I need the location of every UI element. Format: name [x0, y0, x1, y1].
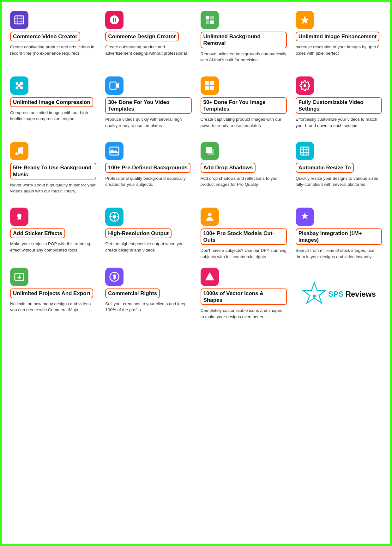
card-unlimited-image-compression: Unlimited Image CompressionCompress unli…	[8, 73, 99, 133]
card-desc-automatic-resize-to: Quickly resize your designs to various s…	[296, 175, 382, 188]
svg-rect-17	[205, 86, 209, 90]
card-add-drop-shadows: Add Drop ShadowsAdd drop shadows and ref…	[198, 139, 289, 199]
last-row: Unlimited Projects And ExportNo limits o…	[8, 264, 384, 325]
svg-rect-14	[110, 82, 116, 89]
svg-rect-11	[16, 86, 19, 89]
card-title-30-done-for-you-video-templates: 30+ Done For You Video Templates	[105, 97, 191, 114]
svg-rect-0	[15, 16, 24, 24]
card-title-commerce-video-creator: Commerce Video Creator	[10, 32, 80, 41]
card-fully-customizable-video-settings: Fully Customizable Video SettingsEffortl…	[293, 73, 384, 133]
card-100-pre-defined-backgrounds: 100+ Pre-Defined BackgroundsProfessional…	[103, 139, 194, 199]
card-title-1000s-vector-icons-shapes: 1000s of Vector Icons & Shapes	[201, 288, 287, 305]
card-title-add-sticker-effects: Add Sticker Effects	[10, 228, 65, 238]
card-title-automatic-resize-to: Automatic Resize To	[296, 163, 354, 173]
card-unlimited-projects-and-export: Unlimited Projects And ExportNo limits o…	[8, 264, 99, 325]
svg-point-29	[113, 215, 116, 218]
card-title-unlimited-projects-and-export: Unlimited Projects And Export	[10, 288, 93, 298]
svg-rect-23	[207, 149, 214, 155]
image-enhancement-icon	[296, 11, 314, 29]
card-commerce-design-creator: Commerce Design CreatorCreate outstandin…	[103, 8, 194, 68]
card-desc-50-ready-to-use-background-music: Never worry about high quality music for…	[10, 182, 96, 194]
svg-point-13	[18, 84, 21, 87]
design-icon	[105, 11, 124, 29]
card-title-high-resolution-output: High-Resolution Output	[105, 228, 172, 238]
drop-shadow-icon	[201, 142, 219, 160]
card-add-sticker-effects: Add Sticker EffectsMake your subjects PO…	[8, 204, 99, 264]
card-1000s-vector-icons-shapes: 1000s of Vector Icons & ShapesCompletely…	[198, 264, 289, 325]
card-title-unlimited-image-enhancement: Unlimited Image Enhancement	[296, 32, 380, 41]
svg-point-20	[21, 152, 23, 155]
sps-brand: SPS	[328, 290, 343, 298]
vector-icon	[201, 268, 219, 286]
reviews-label: Reviews	[343, 290, 376, 298]
card-desc-unlimited-image-enhancement: Increase resolution of your images by up…	[296, 44, 382, 56]
card-desc-pixabay-integration: Search from millions of stock images, us…	[296, 247, 382, 260]
card-title-commerce-design-creator: Commerce Design Creator	[105, 32, 178, 41]
compression-icon	[10, 76, 28, 95]
card-desc-fully-customizable-video-settings: Effortlessly customize your videos to ma…	[296, 116, 382, 129]
sticker-icon	[10, 208, 28, 226]
card-desc-unlimited-projects-and-export: No limits on how many designs and videos…	[10, 301, 96, 313]
svg-marker-34	[205, 272, 214, 280]
card-unlimited-background-removal: Unlimited Background RemovalRemove unlim…	[198, 8, 289, 68]
card-title-100-pre-defined-backgrounds: 100+ Pre-Defined Backgrounds	[105, 163, 190, 173]
card-high-resolution-output: High-Resolution OutputGet the highest po…	[103, 204, 194, 264]
svg-rect-16	[210, 81, 214, 85]
card-title-commercial-rights: Commercial Rights	[105, 288, 160, 298]
svg-rect-7	[206, 20, 209, 24]
pixabay-icon	[296, 208, 314, 226]
svg-rect-9	[16, 82, 19, 85]
hd-icon	[105, 208, 124, 226]
card-desc-1000s-vector-icons-shapes: Completely customisable icons and shapes…	[201, 307, 287, 320]
card-30-done-for-you-video-templates: 30+ Done For You Video TemplatesProduce …	[103, 73, 194, 133]
svg-rect-8	[210, 20, 214, 24]
card-title-100-pro-stock-models-cutouts: 100+ Pro Stock Models Cut-Outs	[201, 228, 287, 245]
svg-point-35	[313, 295, 316, 298]
svg-rect-15	[205, 81, 209, 85]
card-title-fully-customizable-video-settings: Fully Customizable Video Settings	[296, 97, 382, 114]
svg-point-19	[15, 153, 18, 155]
background-removal-icon	[201, 11, 219, 29]
card-desc-100-pro-stock-models-cutouts: Don't have a subjects? Use our DFY stunn…	[201, 247, 287, 260]
card-title-unlimited-image-compression: Unlimited Image Compression	[10, 97, 93, 107]
svg-rect-12	[20, 86, 23, 89]
resize-icon	[296, 142, 314, 160]
card-commercial-rights: Commercial RightsSell your creations to …	[103, 264, 194, 325]
card-desc-high-resolution-output: Get the highest possible output when you…	[105, 241, 191, 253]
card-title-pixabay-integration: Pixabay Integration (1M+ Images)	[296, 228, 382, 245]
video-templates-icon	[105, 76, 124, 95]
card-desc-100-pre-defined-backgrounds: Professional quality background especial…	[105, 175, 191, 188]
card-desc-add-drop-shadows: Add drop shadows and reflections to your…	[201, 175, 287, 188]
card-pixabay-integration: Pixabay Integration (1M+ Images)Search f…	[293, 204, 384, 264]
card-desc-commercial-rights: Sell your creations to your clients and …	[105, 301, 191, 313]
card-50-done-for-you-image-templates: 50+ Done For You Image TemplatesCreate c…	[198, 73, 289, 133]
card-title-add-drop-shadows: Add Drop Shadows	[201, 163, 256, 173]
svg-rect-6	[210, 16, 214, 19]
card-automatic-resize-to: Automatic Resize ToQuickly resize your d…	[293, 139, 384, 199]
svg-rect-5	[206, 16, 209, 19]
card-desc-commerce-video-creator: Create captivating product and ads video…	[10, 44, 96, 56]
card-50-ready-to-use-background-music: 50+ Ready To Use Background MusicNever w…	[8, 139, 99, 199]
card-desc-50-done-for-you-image-templates: Create captivating product images with o…	[201, 116, 287, 129]
models-icon	[201, 208, 219, 226]
backgrounds-icon	[105, 142, 124, 160]
card-desc-unlimited-image-compression: Compress unlimited images with our high …	[10, 110, 96, 122]
settings-icon	[296, 76, 314, 95]
svg-rect-2	[21, 16, 21, 24]
card-100-pro-stock-models-cutouts: 100+ Pro Stock Models Cut-OutsDon't have…	[198, 204, 289, 264]
card-title-50-done-for-you-image-templates: 50+ Done For You Image Templates	[201, 97, 287, 114]
music-icon	[10, 142, 28, 160]
sps-reviews-text: SPS Reviews	[328, 290, 376, 299]
card-unlimited-image-enhancement: Unlimited Image EnhancementIncrease reso…	[293, 8, 384, 68]
svg-rect-4	[15, 21, 24, 22]
svg-rect-18	[210, 86, 214, 90]
image-templates-icon	[201, 76, 219, 95]
svg-rect-24	[301, 147, 309, 155]
svg-rect-1	[17, 16, 18, 24]
film-icon	[10, 11, 28, 29]
card-desc-unlimited-background-removal: Remove unlimited backgrounds automatical…	[201, 51, 287, 63]
svg-rect-3	[15, 18, 24, 19]
card-title-unlimited-background-removal: Unlimited Background Removal	[201, 32, 287, 48]
sps-star-icon	[302, 282, 327, 307]
sps-reviews-logo: SPS Reviews	[293, 264, 384, 325]
